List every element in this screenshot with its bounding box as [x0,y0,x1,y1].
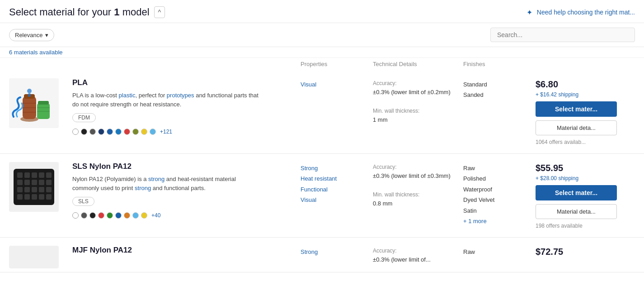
top-bar-left: Select material for your 1 model ^ [9,6,165,18]
help-icon: ✦ [526,8,532,17]
price-main: $72.75 [536,247,563,257]
finish-item: Raw [463,247,536,257]
color-dot [72,212,79,219]
svg-rect-28 [39,187,44,192]
sls-image [9,162,59,212]
material-details-button[interactable]: Material deta... [536,204,617,219]
color-swatches: +121 [72,129,301,135]
svg-rect-27 [32,187,37,192]
col-technical: Technical Details [373,61,463,67]
property-item: Functional [301,184,373,195]
colors-more: +121 [160,129,172,135]
finishes-more: + 1 more [463,216,536,226]
svg-rect-33 [39,194,44,200]
color-dot [115,129,122,135]
finish-item: Standard [463,79,536,90]
finish-item: Satin [463,205,536,216]
color-dot [132,129,139,135]
materials-count: 6 materials available [0,47,644,58]
table-row: PLA PLA is a low-cost plastic, perfect f… [0,70,644,154]
color-dot [141,129,147,135]
material-name: PLA [72,78,301,87]
offers-count: 198 offers available [536,223,583,229]
chevron-down-icon: ▾ [45,32,48,38]
color-dot [124,129,130,135]
select-material-button[interactable]: Select mater... [536,101,617,117]
table-header: Properties Technical Details Finishes [0,58,644,70]
svg-rect-19 [46,172,52,178]
color-dot [89,212,96,219]
sls-price-col: $55.95 + $28.00 shipping Select mater...… [536,162,635,229]
material-desc: Nylon PA12 (Polyamide) is a strong and h… [72,175,262,192]
model-count: 1 [114,6,119,18]
svg-rect-16 [24,172,30,178]
pla-image [9,78,59,128]
finish-item: Dyed Velvet [463,195,536,205]
wall-value: 1 mm [373,115,463,125]
material-details-button[interactable]: Material deta... [536,120,617,135]
title-prefix: Select material for your [9,6,114,18]
col-finishes: Finishes [463,61,536,67]
sls-technical: Accuracy: ±0.3% (lower limit of ±0.3mm) … [373,162,463,209]
mjf-technical: Accuracy: ±0.3% (lower limit of... [373,246,463,265]
sls-properties: Strong Heat resistant Functional Visual [301,162,373,205]
price-main: $55.95 [536,163,563,173]
color-dot [89,129,96,135]
col-properties: Properties [301,61,373,67]
svg-rect-30 [17,194,23,200]
property-item: Visual [301,195,373,205]
svg-rect-17 [32,172,37,178]
price-main: $6.80 [536,79,558,90]
color-dot [107,212,113,219]
svg-rect-32 [32,194,37,200]
material-tag: SLS [72,197,94,206]
wall-label: Min. wall thickness: [373,191,463,199]
color-dot [150,129,156,135]
color-dot [124,212,130,219]
pla-info: PLA PLA is a low-cost plastic, perfect f… [72,78,301,135]
filter-bar: Relevance ▾ [0,23,644,47]
svg-rect-23 [39,180,44,185]
select-material-button[interactable]: Select mater... [536,185,617,200]
table-row: MJF Nylon PA12 Strong Accuracy: ±0.3% (l… [0,238,644,272]
color-dot [98,129,104,135]
relevance-dropdown[interactable]: Relevance ▾ [9,29,54,41]
mjf-info: MJF Nylon PA12 [72,246,301,258]
colors-more: +40 [151,212,160,219]
accuracy-label: Accuracy: [373,163,463,172]
svg-rect-24 [46,180,52,185]
accuracy-label: Accuracy: [373,79,463,88]
material-tag: FDM [72,113,96,122]
property-item: Strong [301,163,373,173]
sls-finishes: Raw Polished Waterproof Dyed Velvet Sati… [463,162,536,226]
mjf-image [9,246,59,268]
finish-item: Polished [463,173,536,184]
pla-technical: Accuracy: ±0.3% (lower limit of ±0.2mm) … [373,78,463,125]
mjf-finishes: Raw [463,246,536,257]
material-desc: PLA is a low-cost plastic, perfect for p… [72,91,262,109]
price-shipping: + $28.00 shipping [536,175,578,181]
material-name: MJF Nylon PA12 [72,246,301,255]
count-label: 6 materials available [9,49,63,56]
svg-rect-25 [17,187,23,192]
table-row: SLS Nylon PA12 Nylon PA12 (Polyamide) is… [0,154,644,238]
help-link[interactable]: ✦ Need help choosing the right mat... [526,8,635,17]
accuracy-value: ±0.3% (lower limit of ±0.2mm) [373,88,463,97]
color-dot [132,212,139,219]
color-dot [107,129,113,135]
color-dot [72,129,79,135]
search-input[interactable] [490,28,635,42]
material-name: SLS Nylon PA12 [72,162,301,171]
title-suffix: model [120,6,150,18]
accuracy-value: ±0.3% (lower limit of ±0.3mm) [373,172,463,181]
collapse-button[interactable]: ^ [154,6,165,18]
color-dot [141,212,147,219]
svg-rect-26 [24,187,30,192]
sort-label: Relevance [15,32,42,38]
accuracy-value: ±0.3% (lower limit of... [373,255,463,265]
svg-rect-8 [38,101,49,105]
wall-value: 0.8 mm [373,199,463,209]
svg-rect-31 [24,194,30,200]
color-swatches: +40 [72,212,301,219]
svg-rect-12 [28,93,31,97]
